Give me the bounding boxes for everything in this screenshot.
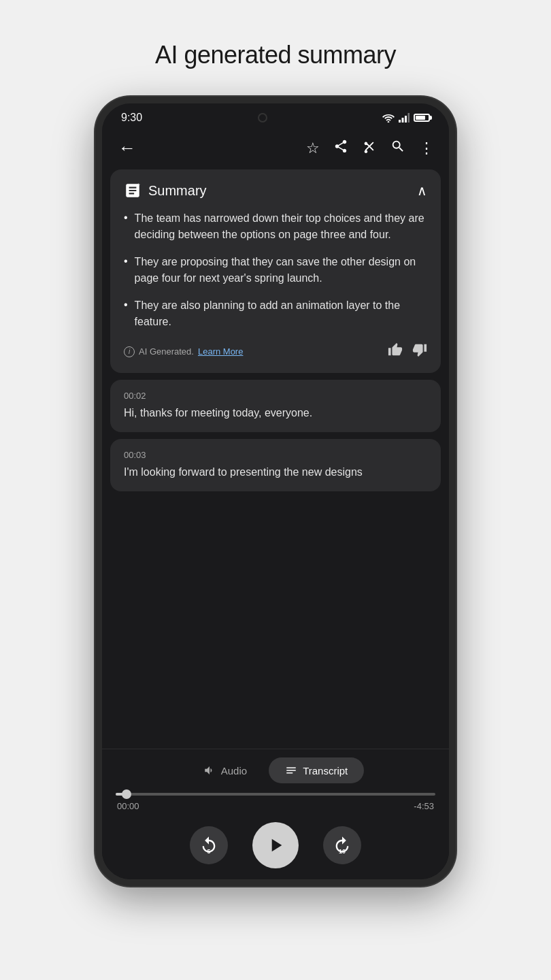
transcript-text-1: Hi, thanks for meeting today, everyone. bbox=[124, 405, 427, 421]
signal-icon bbox=[399, 113, 410, 122]
summary-bullets: • The team has narrowed down their top c… bbox=[124, 210, 427, 330]
bullet-item-3: • They are also planning to add an anima… bbox=[124, 297, 427, 330]
transcript-time-1: 00:02 bbox=[124, 391, 427, 401]
bullet-item-1: • The team has narrowed down their top c… bbox=[124, 210, 427, 243]
screen: 9:30 bbox=[102, 103, 449, 879]
transcript-text-2: I'm looking forward to presenting the ne… bbox=[124, 464, 427, 480]
info-icon: i bbox=[124, 346, 135, 357]
audio-tab[interactable]: Audio bbox=[187, 757, 263, 783]
rewind-label: 5 bbox=[207, 848, 210, 855]
bottom-player: Audio Transcript 00:00 -4:53 bbox=[102, 749, 449, 879]
status-time: 9:30 bbox=[121, 112, 142, 124]
phone-frame: 9:30 bbox=[95, 97, 456, 886]
status-icons bbox=[382, 113, 430, 122]
bullet-text-3: They are also planning to add an animati… bbox=[135, 297, 427, 330]
playback-controls: 5 10 bbox=[113, 817, 438, 868]
summary-card: Summary ∧ • The team has narrowed down t… bbox=[110, 169, 441, 373]
collapse-button[interactable]: ∧ bbox=[417, 182, 427, 199]
summary-header: Summary ∧ bbox=[124, 182, 427, 199]
play-button[interactable] bbox=[252, 822, 299, 868]
ai-generated-label: i AI Generated. Learn More bbox=[124, 346, 243, 357]
progress-section: 00:00 -4:53 bbox=[113, 793, 438, 811]
transcript-tab[interactable]: Transcript bbox=[269, 757, 364, 783]
feedback-icons bbox=[388, 342, 427, 361]
svg-rect-3 bbox=[405, 116, 407, 122]
search-button[interactable] bbox=[386, 136, 410, 161]
page-title: AI generated summary bbox=[155, 41, 396, 69]
forward-button[interactable]: 10 bbox=[323, 826, 361, 864]
camera-notch bbox=[258, 113, 267, 122]
transcript-entry-2: 00:03 I'm looking forward to presenting … bbox=[110, 439, 441, 491]
progress-thumb[interactable] bbox=[122, 789, 131, 799]
svg-point-0 bbox=[388, 121, 390, 122]
svg-rect-1 bbox=[399, 120, 401, 122]
transcript-time-2: 00:03 bbox=[124, 450, 427, 460]
ai-label-text: AI Generated. bbox=[139, 346, 194, 357]
current-time: 00:00 bbox=[117, 801, 139, 811]
back-button[interactable]: ← bbox=[113, 135, 141, 161]
bullet-text-1: The team has narrowed down their top cho… bbox=[135, 210, 427, 243]
forward-label: 10 bbox=[339, 848, 346, 855]
share-button[interactable] bbox=[329, 136, 352, 161]
content-area: Summary ∧ • The team has narrowed down t… bbox=[102, 169, 449, 749]
wifi-icon bbox=[382, 113, 395, 122]
top-nav: ← ☆ ⋮ bbox=[102, 129, 449, 169]
bullet-text-2: They are proposing that they can save th… bbox=[135, 254, 427, 287]
summary-footer: i AI Generated. Learn More bbox=[124, 342, 427, 361]
tab-switcher: Audio Transcript bbox=[113, 757, 438, 783]
summary-title-text: Summary bbox=[148, 183, 207, 199]
bullet-dot-2: • bbox=[124, 255, 128, 267]
status-bar: 9:30 bbox=[102, 103, 449, 129]
transcript-tab-label: Transcript bbox=[303, 765, 348, 777]
more-button[interactable]: ⋮ bbox=[415, 137, 438, 160]
summary-card-icon bbox=[124, 182, 141, 199]
nav-actions: ☆ ⋮ bbox=[302, 136, 438, 161]
thumbs-down-button[interactable] bbox=[412, 342, 427, 361]
learn-more-link[interactable]: Learn More bbox=[198, 346, 243, 357]
summary-title-row: Summary bbox=[124, 182, 207, 199]
bullet-dot-1: • bbox=[124, 212, 128, 224]
rewind-button[interactable]: 5 bbox=[190, 826, 228, 864]
scissors-button[interactable] bbox=[358, 136, 381, 161]
bullet-item-2: • They are proposing that they can save … bbox=[124, 254, 427, 287]
svg-rect-2 bbox=[401, 118, 403, 122]
transcript-entry-1: 00:02 Hi, thanks for meeting today, ever… bbox=[110, 380, 441, 432]
star-button[interactable]: ☆ bbox=[302, 137, 324, 160]
bullet-dot-3: • bbox=[124, 299, 128, 311]
audio-tab-label: Audio bbox=[221, 765, 247, 777]
svg-rect-4 bbox=[407, 113, 410, 122]
time-labels: 00:00 -4:53 bbox=[116, 801, 435, 811]
thumbs-up-button[interactable] bbox=[388, 342, 403, 361]
progress-bar[interactable] bbox=[116, 793, 435, 796]
remaining-time: -4:53 bbox=[414, 801, 434, 811]
battery-icon bbox=[414, 114, 430, 122]
